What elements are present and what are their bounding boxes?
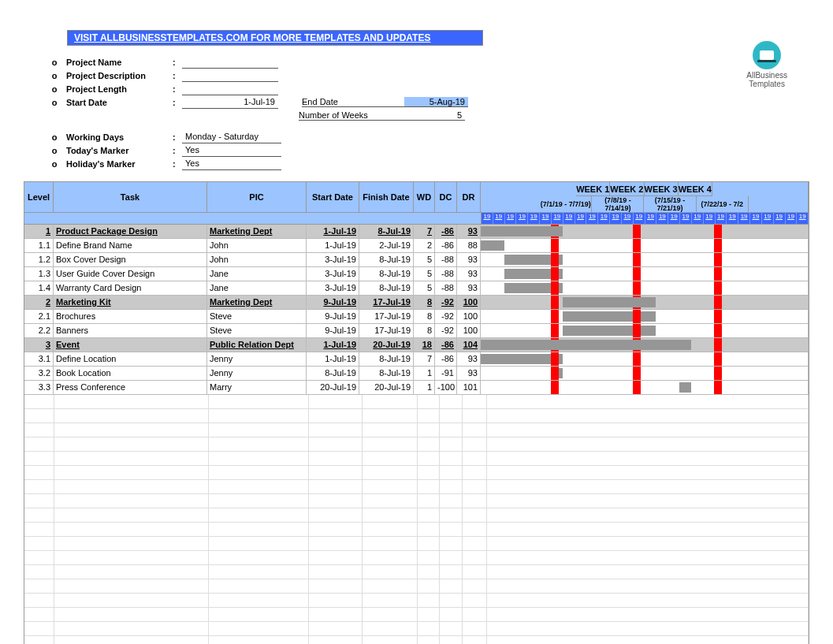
task-row[interactable]: 1.3User Guide Cover DesignJane3-Jul-198-… xyxy=(24,267,809,281)
marker xyxy=(633,324,641,337)
week-title: WEEK 2 xyxy=(610,182,644,195)
cell-wd: 7 xyxy=(414,352,435,366)
meta-value[interactable]: 1-Jul-19 xyxy=(182,95,278,109)
gantt-bar xyxy=(481,240,504,251)
empty-row[interactable] xyxy=(24,537,809,551)
meta-value[interactable]: Yes xyxy=(182,157,281,170)
empty-row[interactable] xyxy=(24,636,809,644)
cell-finish: 20-Jul-19 xyxy=(359,338,414,352)
task-row[interactable]: 3.1Define LocationJenny1-Jul-198-Jul-197… xyxy=(24,352,809,367)
marker xyxy=(633,352,641,366)
cell-level: 2.1 xyxy=(24,310,54,323)
cell-task: Book Location xyxy=(54,367,207,380)
meta-extra-value[interactable]: 5 xyxy=(401,110,465,121)
cell-task: Product Package Design xyxy=(54,225,207,238)
cell-finish: 8-Jul-19 xyxy=(359,281,414,295)
cell-task: Event xyxy=(54,338,207,352)
cell-wd: 8 xyxy=(414,310,435,323)
empty-row[interactable] xyxy=(24,480,809,494)
hdr-finish-date: Finish Date xyxy=(359,182,414,212)
marker xyxy=(714,225,722,238)
task-row[interactable]: 1Product Package DesignMarketing Dept1-J… xyxy=(24,225,809,239)
cell-wd: 7 xyxy=(414,225,435,238)
cell-pic: John xyxy=(207,253,307,266)
day-cell: 19 xyxy=(598,213,610,224)
meta-value[interactable] xyxy=(182,55,278,69)
meta-value[interactable]: Monday - Saturday xyxy=(182,130,281,143)
hdr-dc: DC xyxy=(435,182,457,212)
empty-row[interactable] xyxy=(24,409,809,423)
marker xyxy=(633,253,641,266)
cell-dr: 93 xyxy=(457,367,481,380)
cell-start: 1-Jul-19 xyxy=(307,225,359,238)
empty-row[interactable] xyxy=(24,622,809,636)
cell-wd: 1 xyxy=(414,367,435,380)
meta-label: Project Name xyxy=(66,58,173,67)
cell-finish: 8-Jul-19 xyxy=(359,367,414,380)
task-row[interactable]: 2Marketing KitMarketing Dept9-Jul-1917-J… xyxy=(24,296,809,310)
empty-row[interactable] xyxy=(24,452,809,466)
marker xyxy=(714,281,722,295)
task-row[interactable]: 1.2Box Cover DesignJohn3-Jul-198-Jul-195… xyxy=(24,253,809,267)
marker xyxy=(633,225,641,238)
week-range: (7/22/19 - 7/2 xyxy=(697,196,749,212)
marker xyxy=(551,310,559,323)
task-row[interactable]: 1.1Define Brand NameJohn1-Jul-192-Jul-19… xyxy=(24,239,809,253)
cell-task: Marketing Kit xyxy=(54,296,207,309)
day-cell: 19 xyxy=(610,213,622,224)
task-row[interactable]: 3.3Press ConferenceMarry20-Jul-1920-Jul-… xyxy=(24,381,809,395)
task-row[interactable]: 3.2Book LocationJenny8-Jul-198-Jul-191-9… xyxy=(24,367,809,381)
empty-row[interactable] xyxy=(24,579,809,594)
empty-row[interactable] xyxy=(24,565,809,579)
cell-wd: 8 xyxy=(414,296,435,309)
page: VISIT ALLBUSINESSTEMPLATES.COM FOR MORE … xyxy=(0,0,833,644)
cell-wd: 5 xyxy=(414,281,435,295)
week-title: WEEK 1 xyxy=(576,182,610,195)
empty-row[interactable] xyxy=(24,551,809,565)
empty-row[interactable] xyxy=(24,437,809,452)
empty-row[interactable] xyxy=(24,395,809,409)
cell-dr: 93 xyxy=(457,253,481,266)
banner-link[interactable]: VISIT ALLBUSINESSTEMPLATES.COM FOR MORE … xyxy=(74,32,430,43)
empty-row[interactable] xyxy=(24,494,809,508)
empty-row[interactable] xyxy=(24,523,809,537)
cell-dr: 100 xyxy=(457,296,481,309)
day-row: 1919191919191919191919191919191919191919… xyxy=(24,213,809,225)
cell-dc: -86 xyxy=(435,338,457,352)
meta-value[interactable] xyxy=(182,82,278,95)
cell-task: Banners xyxy=(54,324,207,337)
meta-extra-value[interactable]: 5-Aug-19 xyxy=(404,97,468,107)
task-row[interactable]: 2.1BrochuresSteve9-Jul-1917-Jul-198-9210… xyxy=(24,310,809,324)
marker xyxy=(714,338,722,352)
cell-level: 1.1 xyxy=(24,239,54,252)
task-row[interactable]: 2.2BannersSteve9-Jul-1917-Jul-198-92100 xyxy=(24,324,809,338)
cell-level: 2 xyxy=(24,296,54,309)
empty-row[interactable] xyxy=(24,594,809,608)
meta-value[interactable] xyxy=(182,69,278,82)
meta-label: Today's Marker xyxy=(66,146,173,155)
cell-wd: 5 xyxy=(414,267,435,281)
marker xyxy=(551,381,559,394)
task-row[interactable]: 1.4Warranty Card DesignJane3-Jul-198-Jul… xyxy=(24,281,809,296)
cell-start: 9-Jul-19 xyxy=(307,324,359,337)
gantt-sheet: Level Task PIC Start Date Finish Date WD… xyxy=(24,181,809,644)
marker xyxy=(551,281,559,295)
cell-task: Brochures xyxy=(54,310,207,323)
cell-level: 3.3 xyxy=(24,381,54,394)
empty-row[interactable] xyxy=(24,466,809,480)
cell-dr: 101 xyxy=(457,381,481,394)
empty-row[interactable] xyxy=(24,508,809,523)
empty-row[interactable] xyxy=(24,608,809,622)
cell-wd: 2 xyxy=(414,239,435,252)
day-cell: 19 xyxy=(750,213,762,224)
meta-value[interactable]: Yes xyxy=(182,143,281,157)
marker xyxy=(714,296,722,309)
cell-pic: Marketing Dept xyxy=(207,296,307,309)
cell-pic: Jane xyxy=(207,267,307,281)
day-cell: 19 xyxy=(704,213,716,224)
empty-row[interactable] xyxy=(24,423,809,437)
marker xyxy=(633,381,641,394)
cell-dc: -88 xyxy=(435,253,457,266)
banner: VISIT ALLBUSINESSTEMPLATES.COM FOR MORE … xyxy=(67,30,483,46)
task-row[interactable]: 3EventPublic Relation Dept1-Jul-1920-Jul… xyxy=(24,338,809,352)
